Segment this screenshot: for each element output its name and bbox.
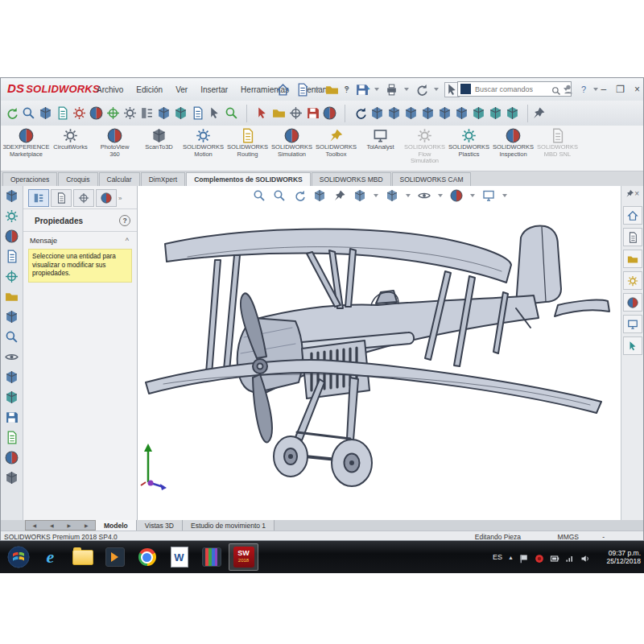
left-toolbar-icon[interactable] [5, 330, 19, 344]
panel-tab-overflow-icon[interactable]: » [118, 195, 122, 202]
menu-ver[interactable]: Ver [175, 84, 188, 96]
view-bottom-icon[interactable] [455, 106, 469, 120]
view-normal-icon[interactable] [353, 106, 367, 120]
section-view-icon[interactable] [313, 189, 326, 202]
search-input[interactable] [473, 85, 551, 94]
ribbon-3dexperience-marketplace[interactable]: 3DEXPERIENCE Marketplace [4, 126, 48, 170]
taskbar-file-explorer[interactable] [68, 543, 97, 571]
scroll-prev-icon[interactable]: ◀ [50, 522, 54, 528]
taskbar-internet-explorer[interactable]: e [35, 543, 65, 571]
home-icon[interactable] [276, 83, 290, 97]
tray-solidworks-monitor-icon[interactable] [535, 552, 544, 562]
ribbon-toolbox[interactable]: SOLIDWORKS Toolbox [314, 126, 358, 170]
toolbar-icon[interactable] [89, 106, 103, 120]
toolbar-icon[interactable] [323, 106, 336, 120]
ribbon-tolanalyst[interactable]: TolAnalyst [358, 126, 402, 170]
view-right-icon[interactable] [421, 106, 435, 120]
user-account-icon[interactable] [563, 84, 574, 95]
open-caret-icon[interactable] [345, 88, 349, 91]
units-label[interactable]: MMGS [558, 533, 579, 541]
toolbar-icon[interactable] [191, 106, 204, 120]
taskbar-chrome[interactable] [132, 543, 162, 571]
taskbar-solidworks-active[interactable]: SW 2018 [229, 543, 258, 571]
toolbar-icon[interactable] [208, 106, 221, 120]
restore-button[interactable]: ❐ [616, 84, 625, 95]
taskbar-media-player[interactable] [100, 543, 130, 571]
tab-estudio-movimiento[interactable]: Estudio de movimiento 1 [183, 520, 275, 530]
orientation-caret-icon[interactable] [374, 194, 378, 197]
toolbar-icon[interactable] [72, 106, 86, 120]
tray-flag-icon[interactable] [519, 552, 529, 562]
save-icon[interactable] [355, 83, 369, 97]
graphics-viewport[interactable] [138, 186, 622, 520]
tab-complementos[interactable]: Complementos de SOLIDWORKS [186, 172, 311, 186]
view-settings-caret-icon[interactable] [502, 194, 507, 197]
left-toolbar-icon[interactable] [5, 451, 19, 464]
task-pane-close-icon[interactable]: × [634, 189, 639, 198]
ribbon-flow-simulation[interactable]: SOLIDWORKS Flow Simulation [402, 126, 447, 170]
toolbar-icon[interactable] [5, 106, 19, 120]
view-orientation-icon[interactable] [353, 189, 366, 202]
left-toolbar-icon[interactable] [5, 209, 19, 223]
propertymanager-tab[interactable] [51, 189, 72, 207]
ribbon-scanto3d[interactable]: ScanTo3D [137, 126, 181, 170]
display-style-caret-icon[interactable] [406, 194, 411, 197]
toolbar-icon[interactable] [22, 106, 35, 120]
close-button[interactable]: × [634, 84, 640, 95]
left-toolbar-icon[interactable] [5, 229, 19, 243]
tray-volume-icon[interactable] [580, 552, 590, 562]
left-toolbar-icon[interactable] [5, 370, 19, 384]
taskbar-media-center[interactable] [196, 543, 226, 571]
new-caret-icon[interactable] [315, 88, 320, 91]
resources-home-icon[interactable] [623, 206, 642, 225]
print-icon[interactable] [385, 83, 398, 97]
menu-insertar[interactable]: Insertar [200, 84, 229, 96]
task-pane-pin-icon[interactable] [625, 189, 634, 198]
toolbar-icon[interactable] [56, 106, 69, 120]
ribbon-plastics[interactable]: SOLIDWORKS Plastics [447, 126, 491, 170]
previous-view-icon[interactable] [293, 189, 306, 202]
save-caret-icon[interactable] [374, 88, 379, 91]
featuremanager-tab[interactable] [28, 189, 49, 207]
menu-archivo[interactable]: Archivo [96, 84, 124, 96]
left-toolbar-icon[interactable] [5, 189, 19, 203]
toolbar-icon[interactable] [123, 106, 137, 120]
view-back-icon[interactable] [387, 106, 401, 120]
undo-icon[interactable] [415, 83, 428, 97]
zoom-fit-icon[interactable] [253, 189, 266, 202]
tab-operaciones[interactable]: Operaciones [2, 172, 57, 186]
taskbar-word[interactable]: W [164, 543, 194, 571]
tray-network-icon[interactable] [565, 552, 575, 562]
toolbar-icon[interactable] [306, 106, 320, 120]
ribbon-routing[interactable]: SOLIDWORKS Routing [225, 126, 270, 170]
view-trimetric-icon[interactable] [506, 106, 519, 120]
minimize-button[interactable]: – [601, 84, 607, 95]
tab-modelo[interactable]: Modelo [96, 520, 137, 530]
tab-calcular[interactable]: Calcular [99, 172, 140, 186]
design-library-icon[interactable] [623, 228, 642, 246]
search-icon[interactable] [551, 85, 561, 94]
hide-show-items-icon[interactable] [418, 189, 431, 202]
panel-help-icon[interactable]: ? [119, 215, 130, 226]
view-front-icon[interactable] [370, 106, 384, 120]
toolbar-icon[interactable] [174, 106, 188, 120]
view-settings-icon[interactable] [482, 189, 495, 202]
file-explorer-icon[interactable] [623, 250, 642, 268]
left-toolbar-icon[interactable] [5, 411, 19, 424]
view-iso-icon[interactable] [472, 106, 485, 120]
taskbar-clock[interactable]: 09:37 p.m. 25/12/2018 [596, 549, 641, 565]
view-palette-icon[interactable] [623, 271, 642, 290]
toolbar-icon[interactable] [255, 106, 269, 120]
hide-show-caret-icon[interactable] [438, 194, 443, 197]
hidden-icons-caret[interactable]: ▲ [508, 555, 514, 560]
left-toolbar-icon[interactable] [5, 250, 19, 263]
configurationmanager-tab[interactable] [73, 189, 94, 207]
print-caret-icon[interactable] [404, 88, 409, 91]
appearance-caret-icon[interactable] [470, 194, 475, 197]
ribbon-motion[interactable]: SOLIDWORKS Motion [181, 126, 225, 170]
toolbar-icon[interactable] [157, 106, 171, 120]
help-caret-icon[interactable] [593, 88, 598, 91]
scroll-first-icon[interactable]: ◀ [32, 522, 36, 528]
scroll-last-icon[interactable]: ▶ [85, 522, 89, 528]
toolbar-icon[interactable] [289, 106, 303, 120]
